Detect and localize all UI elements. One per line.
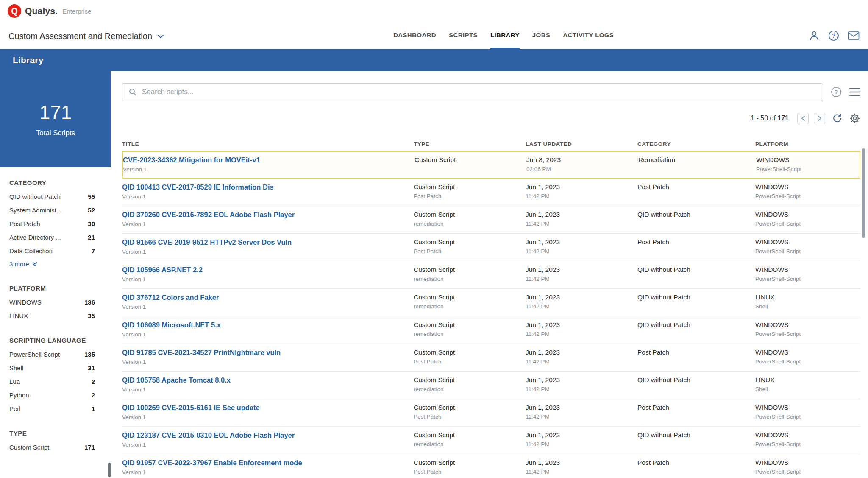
filter-item[interactable]: Active Directory ... 21 bbox=[9, 230, 111, 244]
chevron-down-icon bbox=[157, 34, 164, 39]
filter-item[interactable]: QID without Patch 55 bbox=[9, 190, 111, 203]
filter-count: 55 bbox=[88, 193, 95, 200]
filter-item[interactable]: Data Collection 7 bbox=[9, 244, 111, 257]
table-row[interactable]: QID 91957 CVE-2022-37967 Enable Enforcem… bbox=[122, 454, 860, 478]
menu-icon[interactable] bbox=[849, 88, 860, 96]
script-updated-date: Jun 1, 2023 bbox=[526, 238, 637, 246]
script-updated-date: Jun 1, 2023 bbox=[526, 266, 637, 274]
mail-icon[interactable] bbox=[848, 31, 860, 40]
top-nav: DASHBOARD SCRIPTS LIBRARY JOBS ACTIVITY … bbox=[393, 0, 614, 49]
script-category: Post Patch bbox=[637, 349, 755, 356]
search-input[interactable] bbox=[142, 88, 817, 96]
filter-count: 2 bbox=[92, 378, 95, 385]
filter-count: 2 bbox=[92, 391, 95, 399]
nav-tab[interactable]: LIBRARY bbox=[490, 31, 520, 49]
script-type-sub: Post Patch bbox=[414, 193, 526, 200]
table-row[interactable]: QID 105966 ASP.NET 2.2 Version 1 Custom … bbox=[122, 261, 860, 289]
filter-item[interactable]: Custom Script 171 bbox=[9, 440, 111, 454]
refresh-icon[interactable] bbox=[832, 113, 843, 124]
script-type: Custom Script bbox=[414, 266, 526, 274]
script-platform-sub: PowerShell-Script bbox=[755, 358, 860, 365]
qualys-logo[interactable]: Q Qualys. Enterprise bbox=[8, 4, 92, 18]
script-category: QID without Patch bbox=[637, 211, 755, 218]
filter-item[interactable]: System Administ... 52 bbox=[9, 203, 111, 217]
table-row[interactable]: CVE-2023-34362 Mitigation for MOVEit-v1 … bbox=[122, 151, 860, 179]
nav-tab[interactable]: SCRIPTS bbox=[449, 31, 478, 49]
script-title-link[interactable]: QID 376712 Colors and Faker bbox=[122, 294, 219, 302]
filter-item[interactable]: PowerShell-Script 135 bbox=[9, 347, 111, 361]
script-version: Version 1 bbox=[122, 359, 414, 366]
brand-name: Qualys. bbox=[25, 6, 58, 16]
filter-count: 1 bbox=[92, 405, 95, 412]
brand-edition: Enterprise bbox=[62, 8, 91, 15]
filter-count: 136 bbox=[84, 299, 95, 306]
help-icon[interactable]: ? bbox=[828, 30, 839, 41]
script-title-link[interactable]: QID 91785 CVE-2021-34527 PrintNightmare … bbox=[122, 349, 281, 357]
table-row[interactable]: QID 376712 Colors and Faker Version 1 Cu… bbox=[122, 289, 860, 316]
search-help-icon[interactable]: ? bbox=[831, 87, 842, 98]
column-header-category: CATEGORY bbox=[637, 141, 755, 147]
script-version: Version 1 bbox=[122, 386, 414, 393]
script-platform-sub: PowerShell-Script bbox=[755, 248, 860, 255]
filter-section-title: PLATFORM bbox=[9, 285, 111, 292]
nav-tab[interactable]: JOBS bbox=[532, 31, 550, 49]
table-row[interactable]: QID 123187 CVE-2015-0310 EOL Adobe Flash… bbox=[122, 427, 860, 454]
table-row[interactable]: QID 370260 CVE-2016-7892 EOL Adobe Flash… bbox=[122, 206, 860, 234]
script-title-link[interactable]: QID 100269 CVE-2015-6161 IE Sec update bbox=[122, 404, 260, 412]
table-row[interactable]: QID 100269 CVE-2015-6161 IE Sec update V… bbox=[122, 399, 860, 427]
table-row[interactable]: QID 100413 CVE-2017-8529 IE Information … bbox=[122, 179, 860, 206]
module-selector[interactable]: Custom Assessment and Remediation bbox=[8, 31, 164, 41]
filter-item[interactable]: Python 2 bbox=[9, 388, 111, 402]
script-updated-date: Jun 1, 2023 bbox=[526, 321, 637, 329]
category-more-link[interactable]: 3 more bbox=[9, 257, 111, 270]
script-category: QID without Patch bbox=[637, 431, 755, 439]
script-title-link[interactable]: QID 105966 ASP.NET 2.2 bbox=[122, 266, 203, 274]
table-row[interactable]: QID 105758 Apache Tomcat 8.0.x Version 1… bbox=[122, 372, 860, 399]
script-type-sub: Post Patch bbox=[414, 414, 526, 420]
script-version: Version 1 bbox=[122, 331, 414, 338]
script-updated-time: 11:42 PM bbox=[526, 469, 637, 475]
script-updated-time: 11:42 PM bbox=[526, 303, 637, 310]
table-row[interactable]: QID 91566 CVE-2019-9512 HTTPv2 Server Do… bbox=[122, 234, 860, 261]
filter-section-title: SCRIPTING LANGUAGE bbox=[9, 337, 111, 344]
filter-item[interactable]: Lua 2 bbox=[9, 375, 111, 388]
table-scrollbar[interactable] bbox=[862, 148, 865, 238]
script-title-link[interactable]: QID 123187 CVE-2015-0310 EOL Adobe Flash… bbox=[122, 431, 295, 439]
user-icon[interactable] bbox=[809, 30, 820, 41]
script-title-link[interactable]: QID 91957 CVE-2022-37967 Enable Enforcem… bbox=[122, 459, 302, 467]
script-type: Custom Script bbox=[414, 431, 526, 439]
script-platform-sub: PowerShell-Script bbox=[755, 331, 860, 338]
chevron-right-icon[interactable] bbox=[814, 113, 825, 124]
script-title-link[interactable]: QID 91566 CVE-2019-9512 HTTPv2 Server Do… bbox=[122, 238, 292, 246]
gear-icon[interactable] bbox=[849, 113, 860, 124]
column-header-type: TYPE bbox=[414, 141, 526, 147]
script-title-link[interactable]: QID 370260 CVE-2016-7892 EOL Adobe Flash… bbox=[122, 211, 295, 219]
filter-count: 31 bbox=[88, 364, 95, 372]
filter-item[interactable]: Shell 31 bbox=[9, 361, 111, 375]
script-title-link[interactable]: QID 106089 Microsoft.NET 5.x bbox=[122, 321, 221, 329]
script-type-sub: Post Patch bbox=[414, 469, 526, 475]
search-row: ? bbox=[122, 83, 860, 101]
sidebar-scrollbar[interactable] bbox=[108, 463, 111, 477]
filter-item[interactable]: Post Patch 30 bbox=[9, 217, 111, 230]
table-row[interactable]: QID 106089 Microsoft.NET 5.x Version 1 C… bbox=[122, 316, 860, 344]
script-type: Custom Script bbox=[414, 183, 526, 191]
script-title-link[interactable]: QID 100413 CVE-2017-8529 IE Information … bbox=[122, 183, 274, 191]
script-title-link[interactable]: CVE-2023-34362 Mitigation for MOVEit-v1 bbox=[123, 156, 260, 164]
filter-item[interactable]: LINUX 35 bbox=[9, 309, 111, 322]
filter-section-type: TYPE Custom Script 171 bbox=[0, 430, 111, 454]
filter-label: Post Patch bbox=[9, 220, 40, 227]
chevron-left-icon[interactable] bbox=[797, 113, 809, 124]
table-row[interactable]: QID 91785 CVE-2021-34527 PrintNightmare … bbox=[122, 344, 860, 372]
script-platform: WINDOWS bbox=[755, 211, 860, 218]
nav-tab[interactable]: DASHBOARD bbox=[393, 31, 436, 49]
sidebar: 171 Total Scripts CATEGORY QID without P… bbox=[0, 71, 111, 478]
script-type: Custom Script bbox=[414, 349, 526, 356]
page-title-bar: Library bbox=[0, 49, 868, 71]
filter-section-category: CATEGORY QID without Patch 55 System Adm… bbox=[0, 179, 111, 270]
filter-label: Custom Script bbox=[9, 444, 49, 451]
filter-item[interactable]: WINDOWS 136 bbox=[9, 295, 111, 309]
script-title-link[interactable]: QID 105758 Apache Tomcat 8.0.x bbox=[122, 376, 231, 384]
filter-item[interactable]: Perl 1 bbox=[9, 402, 111, 415]
nav-tab[interactable]: ACTIVITY LOGS bbox=[563, 31, 614, 49]
